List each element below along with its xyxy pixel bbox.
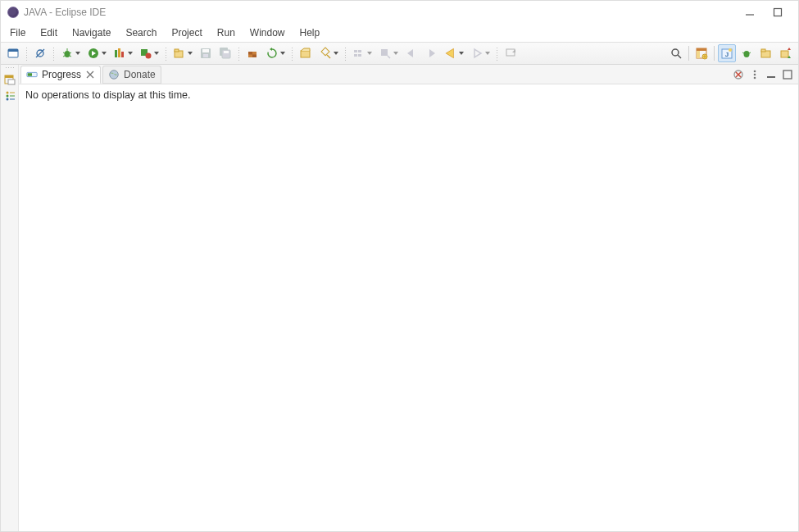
restore-outline-button[interactable] (3, 89, 16, 102)
toolbar-separator (688, 46, 689, 61)
svg-point-47 (672, 49, 679, 56)
svg-rect-15 (118, 48, 120, 57)
svg-rect-3 (8, 49, 18, 52)
window-titlebar: JAVA - Eclipse IDE (1, 1, 798, 24)
java-perspective-button[interactable]: J (718, 44, 736, 62)
svg-rect-68 (8, 80, 15, 84)
tab-progress-label: Progress (42, 69, 81, 80)
progress-empty-message: No operations to display at this time. (25, 89, 191, 101)
svg-line-8 (63, 52, 65, 53)
window-minimize-button[interactable] (736, 4, 764, 20)
menu-search[interactable]: Search (118, 25, 164, 40)
refresh-button[interactable] (263, 44, 288, 62)
progress-view: Progress Donate (19, 65, 798, 531)
coverage-button[interactable] (111, 44, 135, 62)
svg-line-59 (742, 52, 744, 53)
minimize-view-button[interactable] (764, 67, 779, 82)
svg-rect-62 (761, 49, 765, 52)
next-edit-button[interactable] (422, 44, 440, 62)
trim-handle[interactable] (5, 66, 15, 70)
maximize-view-button[interactable] (780, 67, 795, 82)
menu-window[interactable]: Window (243, 25, 293, 40)
svg-point-18 (146, 53, 152, 59)
svg-point-58 (744, 51, 750, 57)
debug-button[interactable] (58, 44, 83, 62)
restore-package-explorer-button[interactable] (3, 73, 16, 86)
svg-rect-20 (175, 49, 179, 52)
chevron-down-icon (188, 52, 193, 55)
skip-breakpoints-button[interactable] (31, 44, 49, 62)
svg-marker-46 (512, 49, 515, 52)
new-package-button[interactable] (170, 44, 195, 62)
resource-perspective-button[interactable] (757, 44, 775, 62)
svg-point-57 (729, 48, 732, 52)
svg-rect-16 (121, 52, 124, 57)
tab-donate[interactable]: Donate (102, 66, 161, 84)
svg-rect-37 (358, 54, 361, 57)
svg-marker-44 (474, 49, 481, 57)
tab-donate-label: Donate (124, 69, 156, 80)
menu-help[interactable]: Help (293, 25, 328, 40)
toggle-breadcrumb-button[interactable] (350, 44, 375, 62)
toolbar-handle[interactable] (25, 46, 29, 61)
tab-progress[interactable]: Progress (20, 66, 101, 84)
new-button[interactable] (4, 44, 22, 62)
svg-rect-63 (781, 51, 788, 57)
toolbar-handle[interactable] (164, 46, 168, 61)
save-all-button[interactable] (216, 44, 234, 62)
open-type-button[interactable] (297, 44, 315, 62)
open-perspective-button[interactable] (692, 44, 710, 62)
pin-editor-button[interactable] (502, 44, 520, 62)
svg-rect-23 (203, 54, 208, 57)
svg-line-39 (388, 56, 390, 58)
debug-perspective-button[interactable] (738, 44, 756, 62)
toolbar-handle[interactable] (343, 46, 347, 61)
toolbar-handle[interactable] (52, 46, 56, 61)
window-maximize-button[interactable] (764, 4, 792, 20)
window-title: JAVA - Eclipse IDE (24, 7, 736, 18)
svg-rect-36 (354, 54, 357, 57)
menu-project[interactable]: Project (164, 25, 209, 40)
back-button[interactable] (442, 44, 466, 62)
svg-rect-35 (358, 50, 361, 52)
prev-edit-button[interactable] (402, 44, 420, 62)
run-last-tool-button[interactable] (137, 44, 161, 62)
svg-point-84 (754, 74, 756, 76)
svg-marker-40 (407, 49, 413, 57)
menu-file[interactable]: File (2, 25, 33, 40)
svg-point-73 (6, 98, 8, 101)
toolbar-handle[interactable] (237, 46, 241, 61)
toolbar-handle[interactable] (290, 46, 294, 61)
svg-marker-30 (270, 48, 272, 51)
menu-edit[interactable]: Edit (33, 25, 65, 40)
main-menubar: File Edit Navigate Search Project Run Wi… (1, 24, 798, 42)
clear-all-button[interactable] (731, 67, 746, 82)
view-menu-button[interactable] (747, 67, 762, 82)
team-sync-perspective-button[interactable] (777, 44, 795, 62)
svg-rect-76 (28, 73, 32, 76)
view-tabbar: Progress Donate (19, 65, 798, 84)
forward-button[interactable] (468, 44, 493, 62)
chevron-down-icon (459, 52, 464, 55)
run-button[interactable] (84, 44, 109, 62)
toolbar-handle[interactable] (495, 46, 499, 61)
left-trim-stack (1, 65, 19, 531)
svg-rect-67 (5, 75, 13, 78)
build-button[interactable] (243, 44, 261, 62)
chevron-down-icon (334, 52, 338, 55)
svg-point-69 (6, 92, 8, 94)
svg-line-11 (70, 56, 71, 57)
close-tab-button[interactable] (85, 70, 95, 80)
menu-run[interactable]: Run (210, 25, 243, 40)
svg-rect-34 (354, 50, 357, 52)
access-search-button[interactable] (667, 44, 685, 62)
menu-navigate[interactable]: Navigate (65, 25, 118, 40)
eclipse-app-icon (7, 7, 19, 18)
svg-marker-41 (429, 49, 435, 57)
search-button[interactable] (316, 44, 341, 62)
svg-text:J: J (725, 51, 729, 58)
toggle-mark-button[interactable] (376, 44, 401, 62)
chevron-down-icon (102, 52, 107, 55)
chevron-down-icon (393, 52, 398, 55)
save-button[interactable] (197, 44, 215, 62)
